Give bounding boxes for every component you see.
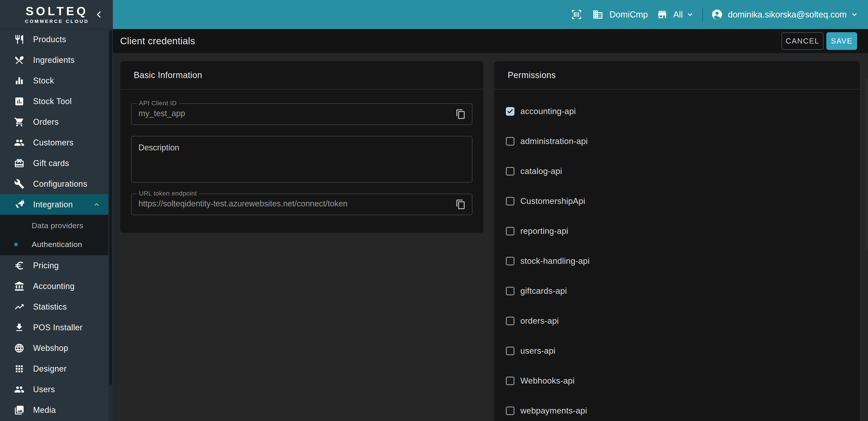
page-title: Client credentials: [120, 36, 781, 47]
bar-chart-icon: [14, 76, 25, 86]
checkbox[interactable]: [506, 257, 515, 265]
description-field[interactable]: Description: [131, 136, 472, 183]
permission-row[interactable]: administration-api: [494, 127, 860, 156]
sidebar-item-integration[interactable]: Integration: [0, 194, 113, 215]
topbar: DomiCmp All dominika.sikorska@solteq.com: [113, 0, 868, 29]
sidebar-item-products[interactable]: Products: [0, 29, 113, 50]
restaurant-menu-icon: [14, 55, 25, 65]
checkbox[interactable]: [506, 107, 515, 116]
sidebar-item-ingredients[interactable]: Ingredients: [0, 50, 113, 70]
assessment-icon: [14, 96, 25, 107]
bank-icon: [14, 281, 25, 291]
checkbox[interactable]: [506, 406, 515, 415]
checkbox[interactable]: [506, 227, 515, 235]
company-name[interactable]: DomiCmp: [610, 10, 648, 20]
restaurant-icon: [14, 34, 25, 45]
active-dot: [14, 243, 18, 246]
sidebar-subitem-data-providers[interactable]: Data providers: [0, 216, 113, 235]
people-icon: [14, 137, 25, 148]
basic-information-title: Basic Information: [120, 61, 484, 90]
url-token-endpoint-label: URL token endpoint: [137, 190, 199, 197]
sidebar-item-statistics[interactable]: Statistics: [0, 297, 113, 317]
permissions-card: Permissions accounting-api administratio…: [494, 61, 860, 421]
permission-row[interactable]: orders-api: [494, 306, 860, 336]
copy-icon[interactable]: [456, 199, 466, 209]
grid-icon: [14, 364, 25, 374]
sidebar-item-customers[interactable]: Customers: [0, 132, 113, 153]
sidebar-item-webshop[interactable]: Webshop: [0, 338, 113, 358]
sidebar-scrollbar-thumb[interactable]: [109, 31, 112, 385]
company-building-icon[interactable]: [592, 9, 603, 20]
sidebar-item-orders[interactable]: Orders: [0, 112, 113, 132]
checkbox[interactable]: [506, 346, 515, 355]
permission-row[interactable]: CustomershipApi: [494, 186, 860, 216]
sidebar-item-gift-cards[interactable]: Gift cards: [0, 153, 113, 173]
sidebar-header: SOLTEQ COMMERCE CLOUD: [0, 0, 113, 29]
sidebar-item-pos-installer[interactable]: POS Installer: [0, 317, 113, 338]
integration-submenu: Data providers Authentication: [0, 215, 113, 255]
sidebar-scrollbar-track[interactable]: [108, 29, 113, 421]
brand-name: SOLTEQ: [26, 5, 88, 17]
copy-icon[interactable]: [456, 109, 466, 119]
sidebar-item-media[interactable]: Media: [0, 400, 113, 420]
sidebar-subitem-authentication[interactable]: Authentication: [0, 235, 113, 254]
euro-icon: [14, 260, 25, 271]
api-client-id-value[interactable]: my_test_app: [132, 104, 472, 123]
permission-row[interactable]: giftcards-api: [494, 276, 860, 306]
permissions-list: accounting-api administration-api catalo…: [494, 90, 860, 421]
api-client-id-label: API Client ID: [137, 100, 179, 107]
save-button[interactable]: SAVE: [826, 32, 857, 50]
user-email[interactable]: dominika.sikorska@solteq.com: [728, 10, 847, 20]
brand-tagline: COMMERCE CLOUD: [25, 19, 89, 24]
permission-row[interactable]: users-api: [494, 336, 860, 366]
sidebar-item-accounting[interactable]: Accounting: [0, 276, 113, 297]
barcode-scan-icon[interactable]: [571, 9, 582, 20]
permission-row[interactable]: stock-handling-api: [494, 246, 860, 276]
permission-row[interactable]: reporting-api: [494, 216, 860, 246]
page-actions: CANCEL SAVE: [781, 32, 857, 50]
basic-information-card: Basic Information API Client ID my_test_…: [120, 61, 484, 233]
permission-row[interactable]: catalog-api: [494, 156, 860, 186]
chevron-down-icon[interactable]: [850, 10, 859, 19]
store-icon[interactable]: [657, 9, 668, 20]
trending-up-icon: [14, 302, 25, 312]
permission-row[interactable]: Webhooks-api: [494, 366, 860, 396]
checkbox[interactable]: [506, 167, 515, 175]
description-label: Description: [132, 137, 472, 152]
sidebar-nav: Products Ingredients Stock Stock Tool Or…: [0, 29, 113, 421]
checkbox[interactable]: [506, 287, 515, 295]
sidebar-item-stock-tool[interactable]: Stock Tool: [0, 91, 113, 112]
chevron-up-icon[interactable]: [92, 200, 101, 209]
chevron-down-icon[interactable]: [686, 10, 694, 19]
sidebar-item-users[interactable]: Users: [0, 379, 113, 400]
wrench-icon: [14, 179, 25, 189]
sidebar-collapse-icon[interactable]: [94, 10, 104, 19]
page-header: Client credentials CANCEL SAVE: [113, 29, 868, 53]
giftcard-icon: [14, 158, 25, 169]
url-token-endpoint-field: URL token endpoint https://solteqidentit…: [131, 194, 472, 215]
checkbox[interactable]: [506, 137, 515, 146]
globe-lock-icon: [14, 199, 25, 210]
permissions-title: Permissions: [494, 61, 860, 90]
sidebar-item-stock[interactable]: Stock: [0, 70, 113, 91]
download-icon: [14, 322, 25, 333]
photo-library-icon: [14, 405, 25, 415]
cancel-button[interactable]: CANCEL: [781, 32, 824, 50]
sidebar-item-pricing[interactable]: Pricing: [0, 255, 113, 276]
checkbox[interactable]: [506, 317, 515, 325]
sidebar-item-configurations[interactable]: Configurations: [0, 173, 113, 194]
shopping-cart-icon: [14, 117, 25, 127]
checkbox[interactable]: [506, 197, 515, 205]
sidebar-item-designer[interactable]: Designer: [0, 358, 113, 379]
store-filter-value[interactable]: All: [673, 10, 683, 20]
globe-icon: [14, 343, 25, 354]
topbar-divider: [702, 7, 703, 22]
window-scrollbar-thumb[interactable]: [865, 79, 868, 251]
people-icon: [14, 384, 25, 395]
permission-row[interactable]: webpayments-api: [494, 396, 860, 421]
permission-row[interactable]: accounting-api: [494, 96, 860, 127]
brand-logo: SOLTEQ COMMERCE CLOUD: [25, 5, 89, 24]
api-client-id-field: API Client ID my_test_app: [131, 103, 472, 125]
checkbox[interactable]: [506, 376, 515, 385]
avatar-icon[interactable]: [712, 9, 722, 20]
